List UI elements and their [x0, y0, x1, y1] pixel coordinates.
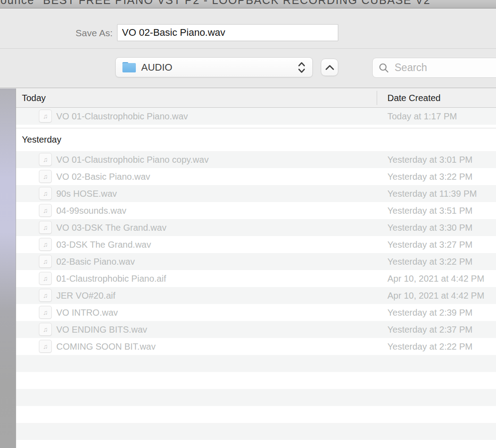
file-date-created: Yesterday at 3:22 PM [387, 253, 473, 270]
file-name: 02-Basic Piano.wav [56, 253, 135, 270]
empty-rows [16, 355, 496, 448]
file-date-created: Yesterday at 2:37 PM [387, 321, 473, 338]
search-input[interactable] [394, 61, 496, 74]
sidebar-edge [0, 89, 16, 448]
file-name: JER VO#20.aif [56, 287, 115, 304]
empty-row [16, 389, 496, 406]
column-header-date-created[interactable]: Date Created [387, 89, 441, 107]
band-divider [0, 48, 496, 49]
music-note-icon: ♫ [39, 272, 52, 285]
empty-row [16, 355, 496, 372]
file-name: VO 03-DSK The Grand.wav [56, 219, 166, 236]
file-row[interactable]: ♫ VO INTRO.wav Yesterday at 2:39 PM [16, 304, 496, 321]
list-header-row: Today Date Created [16, 89, 496, 108]
music-note-icon: ♫ [39, 323, 52, 336]
group-divider [16, 125, 496, 128]
file-name: 03-DSK The Grand.wav [56, 236, 151, 253]
chevron-up-icon [325, 64, 335, 70]
file-date-created: Yesterday at 3:01 PM [387, 151, 473, 168]
file-row[interactable]: ♫ 01-Claustrophobic Piano.aif Apr 10, 20… [16, 270, 496, 287]
file-name: 04-99sounds.wav [56, 202, 126, 219]
music-note-icon: ♫ [39, 170, 52, 183]
file-name: 90s HOSE.wav [56, 185, 117, 202]
column-divider [377, 91, 377, 105]
file-name: VO 01-Claustrophobic Piano.wav [56, 108, 188, 125]
file-row[interactable]: ♫ VO 03-DSK The Grand.wav Yesterday at 3… [16, 219, 496, 236]
file-row[interactable]: ♫ 02-Basic Piano.wav Yesterday at 3:22 P… [16, 253, 496, 270]
file-date-created: Apr 10, 2021 at 4:42 PM [387, 287, 484, 304]
file-date-created: Yesterday at 11:39 PM [387, 185, 477, 202]
empty-row [16, 423, 496, 440]
music-note-icon: ♫ [39, 153, 52, 166]
save-dialog: ounce "BEST FREE PIANO VST P2 - LOOPBACK… [0, 0, 496, 448]
file-row[interactable]: ♫ 03-DSK The Grand.wav Yesterday at 3:27… [16, 236, 496, 253]
file-date-created: Yesterday at 3:27 PM [387, 236, 473, 253]
file-name: COMING SOON BIT.wav [56, 338, 156, 355]
file-date-created: Yesterday at 3:22 PM [387, 168, 473, 185]
file-name: VO 01-Claustrophobic Piano copy.wav [56, 151, 209, 168]
location-popup-label: AUDIO [141, 62, 172, 73]
save-as-input[interactable] [117, 24, 338, 41]
popup-chevrons-icon [297, 61, 306, 74]
empty-row [16, 440, 496, 448]
file-row[interactable]: ♫ VO 01-Claustrophobic Piano copy.wav Ye… [16, 151, 496, 168]
yesterday-group-rows: ♫ VO 01-Claustrophobic Piano copy.wav Ye… [16, 151, 496, 355]
file-row[interactable]: ♫ VO 02-Basic Piano.wav Yesterday at 3:2… [16, 168, 496, 185]
file-row[interactable]: ♫ VO 01-Claustrophobic Piano.wav Today a… [16, 108, 496, 125]
file-browser: Today Date Created ♫ VO 01-Claustrophobi… [0, 88, 496, 448]
file-row[interactable]: ♫ COMING SOON BIT.wav Yesterday at 2:22 … [16, 338, 496, 355]
empty-row [16, 372, 496, 389]
file-date-created: Yesterday at 2:22 PM [387, 338, 473, 355]
file-name: VO INTRO.wav [56, 304, 118, 321]
file-date-created: Yesterday at 3:51 PM [387, 202, 473, 219]
music-note-icon: ♫ [39, 187, 52, 200]
file-name: 01-Claustrophobic Piano.aif [56, 270, 166, 287]
music-note-icon: ♫ [39, 340, 52, 353]
music-note-icon: ♫ [39, 306, 52, 319]
file-date-created: Yesterday at 3:30 PM [387, 219, 473, 236]
music-note-icon: ♫ [39, 110, 52, 123]
file-row[interactable]: ♫ 04-99sounds.wav Yesterday at 3:51 PM [16, 202, 496, 219]
file-name: VO ENDING BITS.wav [56, 321, 147, 338]
empty-row [16, 406, 496, 423]
file-date-created: Yesterday at 2:39 PM [387, 304, 473, 321]
file-date-created: Today at 1:17 PM [387, 108, 457, 125]
file-row[interactable]: ♫ 90s HOSE.wav Yesterday at 11:39 PM [16, 185, 496, 202]
today-group-rows: ♫ VO 01-Claustrophobic Piano.wav Today a… [16, 108, 496, 125]
parent-folder-button[interactable] [321, 59, 338, 76]
group-header-yesterday-row: Yesterday [16, 128, 496, 151]
group-header-today: Today [22, 89, 46, 107]
window-titlebar: ounce "BEST FREE PIANO VST P2 - LOOPBACK… [0, 0, 496, 8]
file-row[interactable]: ♫ VO ENDING BITS.wav Yesterday at 2:37 P… [16, 321, 496, 338]
music-note-icon: ♫ [39, 255, 52, 268]
search-icon [378, 63, 389, 73]
search-field [372, 58, 496, 78]
file-list: Today Date Created ♫ VO 01-Claustrophobi… [16, 89, 496, 448]
music-note-icon: ♫ [39, 221, 52, 234]
window-title: ounce "BEST FREE PIANO VST P2 - LOOPBACK… [0, 0, 431, 8]
music-note-icon: ♫ [39, 204, 52, 217]
file-row[interactable]: ♫ JER VO#20.aif Apr 10, 2021 at 4:42 PM [16, 287, 496, 304]
file-date-created: Apr 10, 2021 at 4:42 PM [387, 270, 484, 287]
file-name: VO 02-Basic Piano.wav [56, 168, 150, 185]
group-header-yesterday: Yesterday [22, 128, 61, 151]
save-as-label: Save As: [0, 25, 113, 41]
location-popup-button[interactable]: AUDIO [115, 57, 313, 77]
music-note-icon: ♫ [39, 289, 52, 302]
music-note-icon: ♫ [39, 238, 52, 251]
folder-icon [122, 62, 136, 72]
